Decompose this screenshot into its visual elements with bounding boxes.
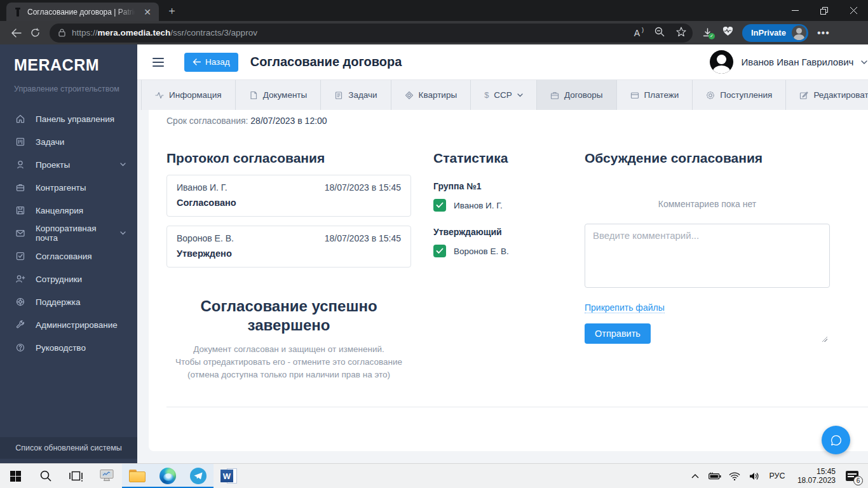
approved-check-icon <box>433 245 446 257</box>
chevron-down-icon <box>517 93 523 97</box>
tab-close-icon[interactable]: ✕ <box>141 6 154 18</box>
url-text: https://mera.omedia.tech/ssr/contracts/3… <box>72 28 257 37</box>
sidebar-item-corporate-mail[interactable]: Корпоративная почта <box>0 222 137 245</box>
send-comment-button[interactable]: Отправить <box>585 323 651 344</box>
protocol-entry-name: Иванов И. Г. <box>177 182 227 193</box>
tab-contracts[interactable]: Договоры <box>537 80 617 110</box>
mail-icon <box>15 228 25 238</box>
textarea-resize-handle[interactable] <box>822 336 827 342</box>
user-avatar[interactable] <box>710 50 733 74</box>
tab-tasks[interactable]: Задачи <box>321 80 391 110</box>
chevron-down-icon <box>120 231 126 235</box>
sidebar-item-tasks[interactable]: Задачи <box>0 130 137 153</box>
sidebar-item-dashboard[interactable]: Панель управления <box>0 107 137 130</box>
sidebar-item-manual[interactable]: Руководство <box>0 336 137 359</box>
tab-receipts[interactable]: Поступления <box>693 80 786 110</box>
task-view-button[interactable] <box>61 464 92 488</box>
start-button[interactable] <box>0 464 31 488</box>
edge-browser-button[interactable] <box>153 464 183 488</box>
refresh-icon[interactable] <box>25 24 44 43</box>
window-close-button[interactable] <box>839 0 868 21</box>
statistics-member: Иванов И. Г. <box>433 199 580 212</box>
browser-tab-title: Согласование договора | Patriot <box>27 8 135 17</box>
lifebuoy-icon <box>15 297 25 307</box>
comment-input[interactable] <box>585 224 830 288</box>
sidebar-item-office[interactable]: Канцелярия <box>0 199 137 222</box>
word-icon: W <box>220 468 237 484</box>
telegram-button[interactable] <box>183 464 214 488</box>
sidebar-item-administration[interactable]: Администрирование <box>0 313 137 336</box>
tab-payments[interactable]: Платежи <box>617 80 693 110</box>
language-indicator[interactable]: РУС <box>766 471 788 480</box>
downloads-icon[interactable]: ✓ <box>703 28 712 37</box>
browser-essentials-icon[interactable] <box>722 27 733 39</box>
divider <box>166 407 868 407</box>
task-view-icon <box>69 470 83 482</box>
volume-icon[interactable] <box>747 464 762 488</box>
chat-bubble-icon <box>829 433 843 447</box>
profile-avatar <box>792 25 806 40</box>
telegram-icon <box>190 468 207 484</box>
hamburger-menu-icon[interactable] <box>153 53 172 72</box>
lock-icon[interactable] <box>58 29 65 37</box>
wifi-icon[interactable] <box>727 464 742 488</box>
monitor-icon <box>99 469 114 483</box>
projects-icon <box>15 159 25 170</box>
page-header: Назад Согласование договора Иванов Иван … <box>137 44 868 79</box>
search-icon <box>39 470 52 482</box>
content-card: Срок согласования: 28/07/2023 в 12:00 Пр… <box>149 110 868 451</box>
tab-information[interactable]: Информация <box>141 80 236 110</box>
read-aloud-icon[interactable]: A) <box>634 28 643 38</box>
user-menu-chevron-icon[interactable] <box>861 60 867 64</box>
sidebar-item-employees[interactable]: Сотрудники <box>0 268 137 290</box>
statistics-group-name: Утверждающий <box>433 227 580 237</box>
user-name[interactable]: Иванов Иван Гаврилович <box>742 57 854 67</box>
window-minimize-button[interactable] <box>780 0 810 21</box>
user-plus-icon <box>15 274 25 284</box>
success-title: Согласование успешно завершено <box>166 297 411 335</box>
system-monitor-app-button[interactable] <box>92 464 122 488</box>
system-updates-link[interactable]: Список обновлений системы <box>0 437 137 459</box>
protocol-entry-date: 18/07/2023 в 15:45 <box>325 182 401 193</box>
sidebar: MERACRM Управление строительством Панель… <box>0 44 137 463</box>
statistics-group-name: Группа №1 <box>433 181 580 191</box>
floppy-icon <box>15 205 25 215</box>
no-comments-text: Комментариев пока нет <box>585 199 830 209</box>
windows-taskbar: W РУС 15:4518.07.2023 6 <box>0 463 868 488</box>
protocol-entry-name: Воронов Е. В. <box>177 233 234 243</box>
object-tabstrip: Информация Документы Задачи Квартиры $СС… <box>137 79 868 110</box>
zoom-out-icon[interactable] <box>654 27 665 39</box>
tab-documents[interactable]: Документы <box>236 80 322 110</box>
approval-success-message: Согласование успешно завершено Документ … <box>166 297 411 381</box>
sidebar-item-support[interactable]: Поддержка <box>0 290 137 313</box>
success-description: Документ согласован и защищен от изменен… <box>166 343 411 381</box>
battery-icon[interactable] <box>707 464 722 488</box>
back-icon[interactable] <box>6 24 25 43</box>
statistics-title: Статистика <box>433 151 580 166</box>
chat-widget-button[interactable] <box>822 426 850 454</box>
favorites-star-icon[interactable] <box>676 27 686 39</box>
browser-menu-icon[interactable]: ••• <box>817 27 830 39</box>
sidebar-item-approvals[interactable]: Согласования <box>0 245 137 268</box>
sidebar-item-counterparties[interactable]: Контрагенты <box>0 176 137 199</box>
new-tab-button[interactable]: ＋ <box>166 3 177 18</box>
back-button[interactable]: Назад <box>184 53 238 72</box>
tab-apartments[interactable]: Квартиры <box>391 80 471 110</box>
window-restore-button[interactable] <box>810 0 839 21</box>
inprivate-badge[interactable]: InPrivate <box>742 24 808 42</box>
taskbar-search-button[interactable] <box>31 464 61 488</box>
action-center-badge: 6 <box>853 476 863 485</box>
dollar-icon: $ <box>484 90 489 100</box>
address-bar[interactable]: https://mera.omedia.tech/ssr/contracts/3… <box>50 24 693 43</box>
tab-edit-object[interactable]: Редактировать объект <box>786 80 868 110</box>
word-button[interactable]: W <box>214 464 244 488</box>
sidebar-item-projects[interactable]: Проекты <box>0 153 137 176</box>
file-explorer-button[interactable] <box>122 464 153 488</box>
tray-expand-chevron-icon[interactable] <box>688 464 703 488</box>
action-center-button[interactable]: 6 <box>840 464 864 488</box>
download-complete-badge: ✓ <box>709 33 715 39</box>
attach-files-link[interactable]: Прикрепить файлы <box>585 302 665 313</box>
clock[interactable]: 15:4518.07.2023 <box>792 467 836 485</box>
browser-tab[interactable]: Согласование договора | Patriot ✕ <box>6 3 159 21</box>
tab-ssr[interactable]: $ССР <box>471 80 537 110</box>
